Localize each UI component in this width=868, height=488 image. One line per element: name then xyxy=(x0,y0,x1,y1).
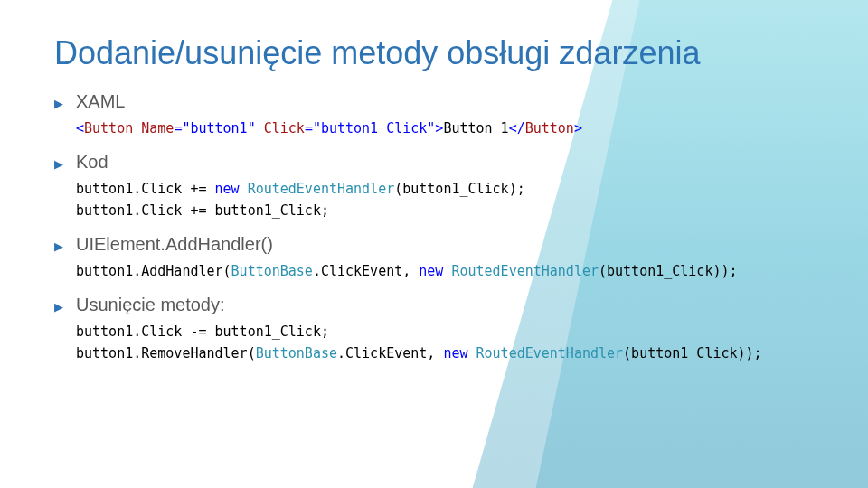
code-token: button1.Click += button1_Click; xyxy=(76,202,329,219)
bullet-label: Usunięcie metody: xyxy=(76,295,225,315)
code-token: new xyxy=(443,345,467,361)
code-remove: button1.Click -= button1_Click; button1.… xyxy=(76,321,814,364)
code-addhandler: button1.AddHandler(ButtonBase.ClickEvent… xyxy=(76,260,814,282)
code-token: < xyxy=(76,120,84,136)
code-token: button1.Click += xyxy=(76,181,215,197)
code-token xyxy=(468,345,476,361)
code-token: new xyxy=(419,263,443,279)
bullet-xaml: ▶ XAML xyxy=(54,91,814,112)
code-token: button1.RemoveHandler( xyxy=(76,345,256,361)
code-token: button1.Click -= button1_Click; xyxy=(76,324,329,340)
bullet-icon: ▶ xyxy=(54,239,67,253)
code-token: ="button1_Click"> xyxy=(305,120,444,136)
code-token: RoutedEventHandler xyxy=(451,263,599,279)
code-token: (button1_Click)); xyxy=(599,263,738,279)
bullet-label: UIElement.AddHandler() xyxy=(76,234,273,255)
bullet-label: Kod xyxy=(76,152,108,173)
slide: Dodanie/usunięcie metody obsługi zdarzen… xyxy=(0,0,868,488)
code-token xyxy=(133,120,141,136)
code-token: ButtonBase xyxy=(256,345,337,361)
code-token: .ClickEvent, xyxy=(313,263,419,279)
code-token: RoutedEventHandler xyxy=(476,345,624,361)
bullet-label: XAML xyxy=(76,91,125,112)
bullet-icon: ▶ xyxy=(54,157,67,171)
code-token: ButtonBase xyxy=(231,263,313,279)
content: Dodanie/usunięcie metody obsługi zdarzen… xyxy=(54,34,814,364)
code-token xyxy=(256,120,264,136)
code-token: .ClickEvent, xyxy=(337,345,443,361)
code-token: Name xyxy=(141,120,174,136)
bullet-icon: ▶ xyxy=(54,97,67,110)
code-xaml: <Button Name="button1" Click="button1_Cl… xyxy=(76,117,814,139)
bullet-icon: ▶ xyxy=(54,300,67,314)
code-token: Button 1 xyxy=(443,120,508,136)
code-token: new xyxy=(215,181,240,197)
code-token: (button1_Click)); xyxy=(623,345,762,361)
code-token: RoutedEventHandler xyxy=(248,181,395,197)
code-token: Click xyxy=(264,120,305,136)
code-token: (button1_Click); xyxy=(394,181,525,197)
code-token xyxy=(240,181,248,197)
code-token: Button xyxy=(84,120,133,136)
code-token: ="button1" xyxy=(174,120,255,136)
bullet-kod: ▶ Kod xyxy=(54,152,814,173)
code-token: Button xyxy=(525,120,574,136)
bullet-usuniecie: ▶ Usunięcie metody: xyxy=(54,295,814,315)
code-token: button1.AddHandler( xyxy=(76,263,231,279)
code-token: </ xyxy=(509,120,525,136)
code-kod: button1.Click += new RoutedEventHandler(… xyxy=(76,178,814,221)
bullet-addhandler: ▶ UIElement.AddHandler() xyxy=(54,234,814,255)
code-token: > xyxy=(574,120,582,136)
slide-title: Dodanie/usunięcie metody obsługi zdarzen… xyxy=(54,34,814,71)
